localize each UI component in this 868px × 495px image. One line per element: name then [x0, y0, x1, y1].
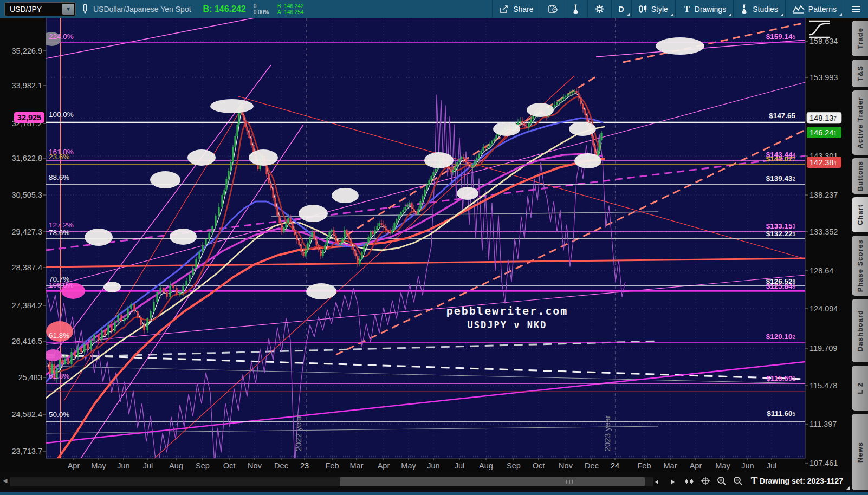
- price-target-label: $120.102: [766, 333, 796, 341]
- text-icon: T: [683, 5, 691, 14]
- sidebar-tab-chart[interactable]: Chart: [852, 197, 868, 232]
- highlight-ellipse[interactable]: [656, 37, 704, 55]
- left-axis-label: 31,622.8: [12, 154, 42, 162]
- instrument-link-icon[interactable]: [82, 4, 88, 15]
- sidebar-tab-l-2[interactable]: L 2: [852, 366, 868, 411]
- highlight-ellipse[interactable]: [103, 282, 121, 292]
- scroll-left-button[interactable]: [650, 475, 663, 489]
- symbol-dropdown-button[interactable]: ▼: [62, 4, 74, 15]
- sidebar-tab-news[interactable]: News: [852, 414, 868, 490]
- x-axis-month-label: Jun: [117, 461, 129, 470]
- sidebar-tab-phase-scores[interactable]: Phase Scores: [852, 236, 868, 296]
- x-axis-month-label: Oct: [223, 461, 236, 470]
- highlight-ellipse[interactable]: [170, 229, 197, 245]
- highlight-ellipse[interactable]: [85, 229, 113, 246]
- highlight-ellipse[interactable]: [424, 152, 454, 168]
- scrollbar-left-arrow-icon[interactable]: ◀: [3, 477, 7, 484]
- highlight-ellipse[interactable]: [150, 171, 180, 188]
- x-axis-month-label: Dec: [274, 461, 288, 470]
- right-axis-label: 128.64: [809, 266, 833, 275]
- scroll-right-button[interactable]: [666, 475, 679, 489]
- highlight-ellipse[interactable]: [493, 122, 520, 136]
- year-divider-label: 2023 year: [603, 415, 612, 452]
- x-axis-month-label: Jul: [455, 461, 465, 470]
- highlight-ellipse[interactable]: [187, 149, 216, 166]
- x-axis-month-label: Feb: [638, 461, 651, 470]
- move-button[interactable]: [699, 475, 712, 489]
- x-axis-month-label: Oct: [533, 461, 545, 470]
- right-axis-label: 119.709: [809, 344, 837, 353]
- drawings-button[interactable]: TDrawings: [675, 0, 733, 18]
- drawing-set-label[interactable]: Drawing set: 2023-1127: [760, 477, 843, 485]
- scrollbar-thumb[interactable]: [340, 477, 645, 486]
- drawing-set-dropdown-icon[interactable]: [846, 486, 850, 490]
- share-button[interactable]: Share: [492, 0, 540, 18]
- left-axis-label: 24,582.4: [12, 410, 42, 419]
- right-axis-label: 115.478: [809, 381, 837, 390]
- watermark-title: USDJPY v NKD: [468, 320, 547, 330]
- zoom-in-button[interactable]: [715, 475, 728, 489]
- highlight-ellipse[interactable]: [332, 188, 359, 203]
- symbol-selector[interactable]: USD/JPY ▼: [4, 2, 76, 16]
- x-axis-month-label: Dec: [585, 461, 599, 470]
- fib-level-label: 127.2%: [49, 221, 74, 229]
- left-axis-label: 27,384.2: [12, 301, 42, 310]
- chart-scrollbar[interactable]: [10, 477, 653, 486]
- move-icon: [701, 477, 710, 487]
- x-axis-month-label: Apr: [690, 461, 702, 470]
- gear-icon: [595, 4, 604, 14]
- quick-study-button[interactable]: [565, 0, 587, 18]
- highlight-ellipse[interactable]: [527, 103, 554, 117]
- highlight-ellipse[interactable]: [210, 99, 254, 113]
- x-axis-month-label: May: [401, 461, 416, 470]
- x-axis-month-label: Sep: [507, 461, 521, 470]
- menu-button[interactable]: [844, 0, 868, 18]
- sidebar-tab-buttons[interactable]: Buttons: [852, 158, 868, 194]
- left-axis-label: 23,713.7: [12, 447, 42, 455]
- tri-left-icon: [655, 477, 659, 487]
- svg-text:32,925: 32,925: [17, 113, 41, 122]
- sidebar-tab-trade[interactable]: Trade: [852, 21, 868, 56]
- studies-button[interactable]: Studies: [733, 0, 785, 18]
- sidebar-tab-t-s[interactable]: T&S: [852, 60, 868, 87]
- x-axis-month-label: Apr: [378, 461, 390, 470]
- zoom-out-button[interactable]: [731, 475, 744, 489]
- highlight-ellipse[interactable]: [569, 122, 596, 136]
- fib-level-label: 61.8%: [49, 372, 69, 380]
- highlight-ellipse[interactable]: [574, 153, 601, 168]
- svg-text:T: T: [684, 5, 690, 14]
- price-target-label: $125.849: [766, 282, 796, 290]
- style-button[interactable]: Style: [631, 0, 675, 18]
- highlight-ellipse[interactable]: [457, 187, 478, 200]
- highlight-ellipse[interactable]: [249, 149, 278, 166]
- timeframe-button[interactable]: D: [611, 0, 631, 18]
- share-icon: [500, 5, 509, 14]
- x-axis-month-label: Sep: [196, 461, 210, 470]
- flask-icon: [572, 4, 580, 14]
- fib-level-label: 100.0%: [49, 281, 74, 289]
- text-tool-button[interactable]: T: [748, 475, 761, 489]
- fib-level-label: 23.6%: [49, 153, 69, 161]
- right-axis-label: 107.461: [809, 459, 838, 467]
- chart-footer: ◀ T Drawing set: 2023-1127: [0, 472, 851, 492]
- settings-button[interactable]: [587, 0, 611, 18]
- price-chart[interactable]: 224.0%100.0%161.8%23.6%88.6%127.2%78.6%7…: [0, 18, 851, 472]
- left-axis-label: 26,416.5: [12, 337, 42, 346]
- change-stack: 0 0.00%: [254, 3, 269, 15]
- right-axis-label: 133.352: [809, 227, 838, 236]
- zigzag-icon: [793, 5, 805, 14]
- sidebar-tab-dashboard[interactable]: Dashboard: [852, 299, 868, 362]
- calendar-button[interactable]: [541, 0, 565, 18]
- pan-button[interactable]: [683, 475, 696, 489]
- x-axis-month-label: Apr: [68, 461, 80, 470]
- highlight-ellipse[interactable]: [44, 349, 62, 361]
- sidebar-tab-active-trader[interactable]: Active Trader: [852, 90, 868, 155]
- bid-price: B: 146.242: [203, 4, 246, 14]
- symbol-value: USD/JPY: [5, 5, 62, 14]
- bid-small: B: 146.242: [277, 3, 303, 9]
- x-axis-month-label: 24: [611, 461, 619, 470]
- highlight-ellipse[interactable]: [299, 205, 328, 222]
- x-axis-month-label: Feb: [326, 461, 339, 470]
- patterns-button[interactable]: Patterns: [785, 0, 844, 18]
- highlight-ellipse[interactable]: [306, 283, 336, 299]
